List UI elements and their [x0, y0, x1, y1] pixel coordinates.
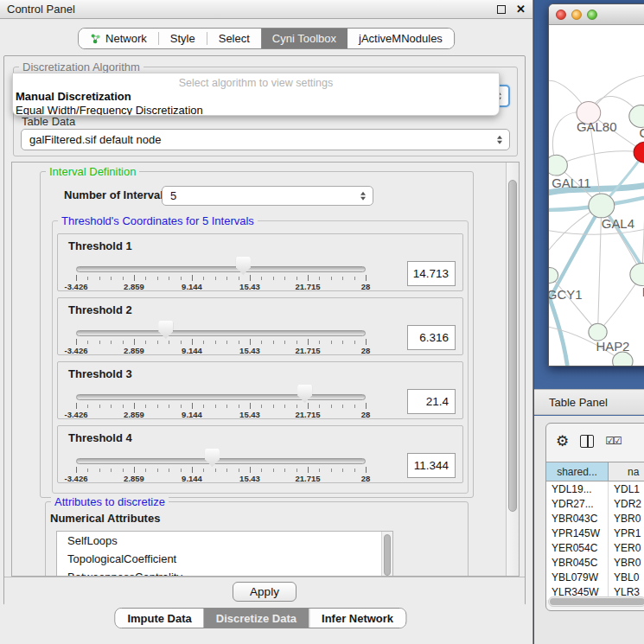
- algorithm-option[interactable]: Equal Width/Frequency Discretization: [16, 104, 203, 116]
- control-panel-titlebar: Control Panel ✕: [0, 0, 532, 19]
- threshold-value-field[interactable]: 14.713: [407, 261, 456, 286]
- numerical-attributes-list[interactable]: SelfLoopsTopologicalCoefficientBetweenne…: [56, 531, 393, 577]
- split-columns-icon[interactable]: [580, 435, 594, 448]
- table-cell[interactable]: YPR1: [609, 526, 644, 540]
- network-node-label: GAL11: [552, 177, 590, 190]
- network-edge[interactable]: [557, 151, 644, 165]
- table-panel-title: Table Panel: [549, 396, 608, 409]
- slider-tick-label: 2.859: [124, 282, 144, 291]
- table-row[interactable]: YBR043CYBR0: [546, 511, 644, 526]
- table-row[interactable]: YDR27...YDR2: [546, 496, 644, 511]
- threshold-value-field[interactable]: 11.344: [407, 453, 456, 478]
- algorithm-option[interactable]: Manual Discretization: [16, 90, 131, 103]
- network-icon: [90, 33, 101, 44]
- network-node-label: GCY1: [549, 289, 583, 302]
- attribute-list-scrollbar[interactable]: [381, 532, 392, 577]
- threshold-slider-track[interactable]: [76, 266, 366, 272]
- number-of-intervals-combobox[interactable]: 5: [162, 186, 373, 206]
- slider-tick-label: -3.426: [65, 410, 88, 419]
- network-node[interactable]: [630, 264, 644, 286]
- combo-arrows-icon: [360, 191, 366, 201]
- select-columns-icon[interactable]: ☑☑: [605, 435, 621, 447]
- table-horizontal-scrollbar[interactable]: [548, 596, 644, 607]
- threshold-value-field[interactable]: 6.316: [407, 325, 456, 350]
- slider-ticks: [76, 467, 366, 474]
- bottom-tab-discretize-data[interactable]: Discretize Data: [204, 609, 309, 628]
- network-node[interactable]: [589, 194, 615, 218]
- threshold-coordinates-group: Threshold's Coordinates for 5 Intervals …: [52, 220, 469, 494]
- tab-label: Style: [170, 32, 195, 45]
- column-header[interactable]: na: [609, 462, 644, 481]
- table-cell[interactable]: YDR27...: [546, 496, 609, 511]
- table-cell[interactable]: YDL19...: [546, 481, 609, 496]
- slider-tick-label: 2.859: [124, 410, 144, 419]
- table-row[interactable]: YER054CYER0: [546, 540, 644, 555]
- slider-tick-label: 28: [361, 410, 371, 419]
- threshold-panel: Threshold 4-3.4262.8599.14415.4321.71528…: [57, 425, 463, 483]
- slider-tick-label: 21.715: [295, 474, 320, 483]
- table-data-combobox[interactable]: galFiltered.sif default node: [21, 129, 510, 150]
- settings-vertical-scrollbar[interactable]: [506, 163, 519, 576]
- slider-tick-labels: -3.4262.8599.14415.4321.71528: [76, 282, 366, 291]
- table-cell[interactable]: YBL0: [609, 570, 644, 584]
- table-cell[interactable]: YBR043C: [546, 511, 609, 526]
- slider-tick-labels: -3.4262.8599.14415.4321.71528: [76, 410, 366, 419]
- table-cell[interactable]: YBR045C: [546, 555, 609, 570]
- table-cell[interactable]: YBR0: [609, 555, 644, 570]
- network-node[interactable]: [549, 155, 567, 175]
- apply-button[interactable]: Apply: [233, 582, 296, 602]
- float-window-icon[interactable]: [497, 5, 506, 14]
- gear-icon[interactable]: ⚙: [556, 434, 569, 449]
- table-cell[interactable]: YDL1: [609, 481, 644, 496]
- table-cell[interactable]: YDR2: [609, 496, 644, 511]
- cyni-bottom-tabstrip: Impute DataDiscretize DataInfer Network: [114, 608, 406, 628]
- tab-cyni-toolbox[interactable]: Cyni Toolbox: [261, 29, 348, 48]
- table-data-label: Table Data: [22, 115, 75, 128]
- table-cell[interactable]: YER054C: [546, 540, 609, 555]
- bottom-tab-infer-network[interactable]: Infer Network: [309, 609, 405, 628]
- slider-tick-label: 28: [361, 346, 371, 355]
- table-cell[interactable]: YBL079W: [546, 570, 609, 584]
- table-row[interactable]: YBL079WYBL0: [546, 570, 644, 584]
- network-node[interactable]: [589, 323, 607, 341]
- bottom-tab-impute-data[interactable]: Impute Data: [115, 609, 203, 628]
- attribute-list-item[interactable]: SelfLoops: [57, 532, 392, 550]
- zoom-traffic-light[interactable]: [587, 10, 597, 20]
- slider-tick-label: 15.43: [239, 346, 260, 355]
- network-node-selected-red[interactable]: [634, 142, 644, 163]
- network-node[interactable]: [629, 105, 644, 128]
- table-row[interactable]: YBR045CYBR0: [546, 555, 644, 570]
- column-header[interactable]: shared...: [546, 462, 609, 481]
- table-cell[interactable]: YBR0: [609, 511, 644, 526]
- threshold-slider-track[interactable]: [76, 330, 366, 336]
- attribute-list-item[interactable]: TopologicalCoefficient: [57, 550, 392, 568]
- network-canvas[interactable]: GAL80GACGAL11GAL4GCY1HHAP2: [549, 25, 644, 366]
- table-row[interactable]: YPR145WYPR1: [546, 526, 644, 540]
- tab-jactivemnodules[interactable]: jActiveMNodules: [348, 29, 454, 48]
- tab-style[interactable]: Style: [159, 29, 207, 48]
- interval-definition-group: Interval Definition Number of Intervals …: [40, 171, 474, 498]
- close-icon[interactable]: ✕: [516, 5, 526, 14]
- close-traffic-light[interactable]: [556, 10, 566, 20]
- threshold-value-field[interactable]: 21.4: [407, 389, 456, 414]
- tab-label: Cyni Toolbox: [272, 32, 336, 45]
- network-node[interactable]: [549, 268, 558, 284]
- table-cell[interactable]: YPR145W: [546, 526, 609, 540]
- threshold-slider-track[interactable]: [76, 458, 366, 464]
- minimize-traffic-light[interactable]: [571, 10, 582, 20]
- slider-tick-label: 21.715: [295, 282, 320, 291]
- slider-tick-label: 9.144: [182, 410, 202, 419]
- network-node-label: HAP2: [596, 341, 629, 354]
- slider-tick-labels: -3.4262.8599.14415.4321.71528: [76, 346, 366, 355]
- numerical-attributes-label: Numerical Attributes: [50, 512, 160, 525]
- table-row[interactable]: YDL19...YDL1: [546, 481, 644, 496]
- threshold-slider-track[interactable]: [76, 394, 366, 400]
- tab-select[interactable]: Select: [207, 29, 261, 48]
- slider-tick-label: -3.426: [65, 346, 88, 355]
- attribute-list-item[interactable]: BetweennessCentrality: [57, 568, 392, 577]
- tab-network[interactable]: Network: [79, 29, 158, 48]
- network-node[interactable]: [613, 352, 633, 366]
- threshold-label: Threshold 2: [68, 303, 132, 316]
- threshold-label: Threshold 4: [68, 431, 132, 444]
- table-cell[interactable]: YER0: [609, 540, 644, 555]
